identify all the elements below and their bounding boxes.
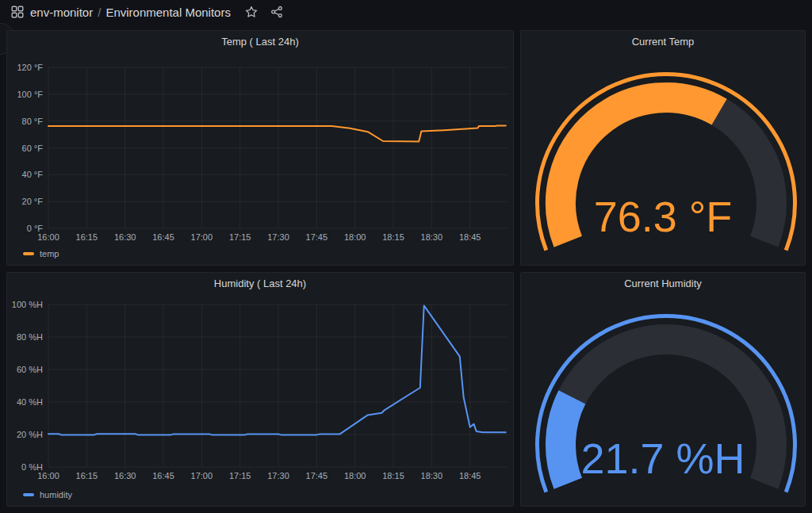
legend-item-temp[interactable]: temp bbox=[23, 249, 59, 258]
breadcrumb-folder[interactable]: env-monitor bbox=[30, 6, 93, 19]
svg-text:18:30: 18:30 bbox=[421, 232, 443, 242]
panel-current-temp-gauge: Current Temp 76.3 °F bbox=[520, 30, 806, 266]
svg-text:17:00: 17:00 bbox=[191, 232, 213, 242]
svg-text:18:45: 18:45 bbox=[459, 471, 481, 480]
svg-text:80 °F: 80 °F bbox=[22, 117, 44, 126]
svg-text:16:45: 16:45 bbox=[152, 471, 174, 480]
svg-text:16:30: 16:30 bbox=[114, 471, 136, 480]
svg-text:40 %H: 40 %H bbox=[17, 397, 43, 407]
svg-text:17:45: 17:45 bbox=[306, 232, 328, 242]
apps-grid-icon bbox=[11, 6, 24, 18]
svg-text:16:15: 16:15 bbox=[76, 232, 98, 242]
svg-text:16:45: 16:45 bbox=[152, 232, 174, 242]
svg-text:120 °F: 120 °F bbox=[17, 63, 43, 72]
panel-temp-timeseries: Temp ( Last 24h) 0 °F20 °F40 °F60 °F80 °… bbox=[6, 30, 514, 266]
favorite-star-button[interactable] bbox=[242, 2, 261, 21]
svg-text:17:30: 17:30 bbox=[267, 232, 289, 242]
grafana-dashboard: env-monitor / Environmental Monitors bbox=[0, 0, 812, 513]
top-nav: env-monitor / Environmental Monitors bbox=[0, 0, 812, 24]
panel-humidity-timeseries: Humidity ( Last 24h) 0 %H20 %H40 %H60 %H… bbox=[6, 272, 514, 507]
legend-label: humidity bbox=[40, 490, 72, 500]
legend-swatch bbox=[23, 493, 34, 496]
svg-text:18:30: 18:30 bbox=[421, 471, 443, 480]
svg-text:17:30: 17:30 bbox=[267, 471, 289, 480]
share-dashboard-button[interactable] bbox=[267, 2, 286, 21]
star-icon bbox=[245, 6, 258, 18]
dashboards-grid-icon[interactable] bbox=[8, 2, 27, 21]
panel-current-humidity-gauge: Current Humidity 21.7 %H bbox=[520, 272, 806, 507]
legend-label: temp bbox=[40, 249, 59, 258]
gauge-value-temp: 76.3 °F bbox=[521, 194, 805, 239]
svg-text:18:45: 18:45 bbox=[459, 232, 481, 242]
svg-text:18:15: 18:15 bbox=[382, 471, 404, 480]
panel-title[interactable]: Humidity ( Last 24h) bbox=[7, 273, 513, 295]
svg-text:100 %H: 100 %H bbox=[12, 300, 43, 309]
panel-title[interactable]: Current Temp bbox=[521, 31, 805, 53]
breadcrumb: env-monitor / Environmental Monitors bbox=[27, 6, 234, 19]
legend-item-humidity[interactable]: humidity bbox=[23, 490, 72, 500]
temp-line-chart[interactable]: 0 °F20 °F40 °F60 °F80 °F100 °F120 °F16:0… bbox=[7, 31, 514, 266]
legend-swatch bbox=[23, 252, 34, 255]
share-alt-icon bbox=[270, 6, 283, 18]
svg-text:40 °F: 40 °F bbox=[22, 170, 44, 179]
breadcrumb-dashboard-title[interactable]: Environmental Monitors bbox=[105, 6, 231, 19]
svg-text:16:00: 16:00 bbox=[37, 232, 59, 242]
svg-text:18:15: 18:15 bbox=[382, 232, 404, 242]
svg-text:17:45: 17:45 bbox=[306, 471, 328, 480]
svg-text:17:00: 17:00 bbox=[191, 471, 213, 480]
humidity-line-chart[interactable]: 0 %H20 %H40 %H60 %H80 %H100 %H16:0016:15… bbox=[7, 273, 514, 507]
svg-text:17:15: 17:15 bbox=[229, 471, 251, 480]
breadcrumb-separator: / bbox=[98, 6, 101, 19]
svg-text:16:15: 16:15 bbox=[76, 471, 98, 480]
svg-text:80 %H: 80 %H bbox=[17, 332, 43, 342]
svg-text:60 °F: 60 °F bbox=[22, 144, 44, 153]
svg-text:16:30: 16:30 bbox=[114, 232, 136, 242]
svg-text:20 °F: 20 °F bbox=[22, 197, 44, 206]
svg-text:60 %H: 60 %H bbox=[17, 365, 43, 374]
svg-text:17:15: 17:15 bbox=[229, 232, 251, 242]
svg-text:100 °F: 100 °F bbox=[17, 90, 43, 99]
svg-text:20 %H: 20 %H bbox=[17, 430, 43, 439]
svg-text:18:00: 18:00 bbox=[344, 232, 366, 242]
svg-text:16:00: 16:00 bbox=[37, 471, 59, 480]
panel-title[interactable]: Temp ( Last 24h) bbox=[7, 31, 513, 53]
svg-text:18:00: 18:00 bbox=[344, 471, 366, 480]
gauge-value-humidity: 21.7 %H bbox=[521, 436, 805, 480]
panel-title[interactable]: Current Humidity bbox=[521, 273, 805, 295]
